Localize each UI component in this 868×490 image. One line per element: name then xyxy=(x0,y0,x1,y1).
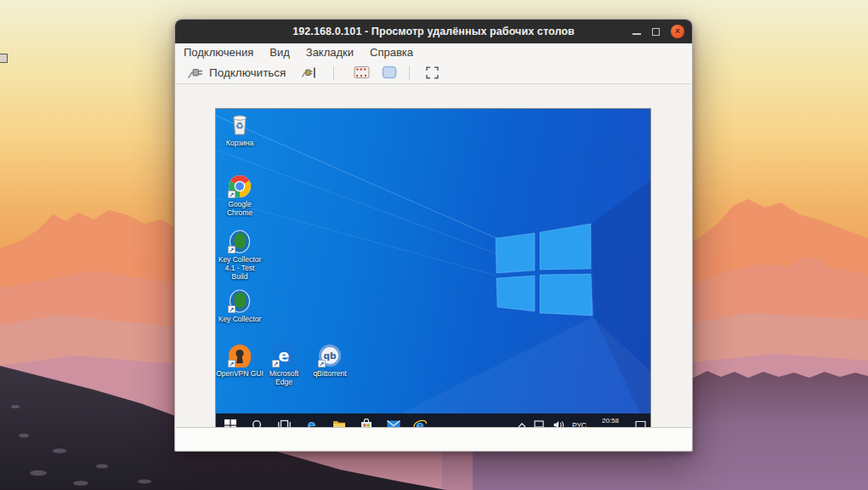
icon-label: Google Chrome xyxy=(216,200,264,217)
key-collector-icon: ↗ xyxy=(228,230,252,254)
svg-text:e: e xyxy=(279,346,290,365)
scaling-button[interactable] xyxy=(377,64,402,81)
statusbar xyxy=(176,427,691,450)
desktop-icon-key-collector-test[interactable]: ↗ Key Collector 4.1 - Test Build xyxy=(216,230,264,281)
icon-label: qBittorrent xyxy=(306,369,354,378)
recycle-bin-icon: ♻ xyxy=(228,113,252,137)
menu-item-bookmarks[interactable]: Закладки xyxy=(306,46,354,59)
menu-item-connections[interactable]: Подключения xyxy=(184,46,253,59)
svg-text:♻: ♻ xyxy=(235,121,244,132)
menu-item-view[interactable]: Вид xyxy=(269,46,290,59)
desktop-icon-openvpn[interactable]: ↗ OpenVPN GUI xyxy=(216,344,264,378)
chrome-icon: ↗ xyxy=(228,174,252,198)
windows-logo xyxy=(496,224,593,316)
shortcut-arrow-icon: ↗ xyxy=(228,360,235,368)
remote-screen[interactable]: ♻ Корзина xyxy=(215,108,651,437)
scaling-icon xyxy=(382,66,397,79)
icon-label: Корзина xyxy=(216,139,264,147)
maximize-button[interactable] xyxy=(652,28,660,36)
toolbar-separator xyxy=(333,66,334,80)
host-desktop-icon-partial[interactable] xyxy=(0,54,8,63)
menubar: Подключения Вид Закладки Справка xyxy=(176,43,691,61)
minimize-button[interactable] xyxy=(633,33,641,35)
openvpn-icon: ↗ xyxy=(228,344,252,368)
connect-button[interactable]: Подключиться xyxy=(182,65,291,81)
desktop-icon-qbittorrent[interactable]: qb ↗ qBittorrent xyxy=(306,344,354,378)
icon-label: Key Collector xyxy=(216,315,264,323)
desktop-icon-edge[interactable]: e ↗ Microsoft Edge xyxy=(260,344,308,386)
close-icon: × xyxy=(675,27,680,36)
screenshot-icon xyxy=(354,66,370,79)
menu-item-help[interactable]: Справка xyxy=(370,46,413,59)
disconnect-button[interactable] xyxy=(296,65,321,81)
shortcut-arrow-icon: ↗ xyxy=(228,305,235,313)
key-collector-icon: ↗ xyxy=(228,289,252,313)
icon-label: Key Collector 4.1 - Test Build xyxy=(216,255,264,281)
shortcut-arrow-icon: ↗ xyxy=(272,360,280,368)
screenshot-button[interactable] xyxy=(349,64,375,81)
shortcut-arrow-icon: ↗ xyxy=(228,246,235,254)
desktop-icon-recycle-bin[interactable]: ♻ Корзина xyxy=(216,113,264,147)
shortcut-arrow-icon: ↗ xyxy=(228,191,235,198)
tray-time: 20:58 xyxy=(593,417,627,425)
disconnect-plug-icon xyxy=(301,66,316,79)
toolbar: Подключиться xyxy=(176,61,691,84)
vinagre-window: 192.168.0.101 - Просмотр удалённых рабоч… xyxy=(174,19,693,452)
shortcut-arrow-icon: ↗ xyxy=(318,360,326,368)
desktop-icon-google-chrome[interactable]: ↗ Google Chrome xyxy=(216,174,264,217)
icon-label: Microsoft Edge xyxy=(260,369,308,386)
connect-plug-icon xyxy=(187,66,204,79)
icon-label: OpenVPN GUI xyxy=(216,369,264,378)
toolbar-separator-2 xyxy=(409,66,410,80)
svg-text:qb: qb xyxy=(323,350,337,361)
titlebar[interactable]: 192.168.0.101 - Просмотр удалённых рабоч… xyxy=(175,20,692,43)
connect-label: Подключиться xyxy=(209,66,286,79)
edge-icon: e ↗ xyxy=(272,344,296,368)
fullscreen-icon xyxy=(426,66,439,79)
fullscreen-button[interactable] xyxy=(421,65,444,81)
close-button[interactable]: × xyxy=(671,25,684,38)
desktop-icon-key-collector[interactable]: ↗ Key Collector xyxy=(216,289,264,323)
host-desktop: 192.168.0.101 - Просмотр удалённых рабоч… xyxy=(0,0,868,490)
qbittorrent-icon: qb ↗ xyxy=(318,344,342,368)
window-content: ♻ Корзина xyxy=(176,85,691,450)
windows-wallpaper xyxy=(216,109,651,437)
window-title: 192.168.0.101 - Просмотр удалённых рабоч… xyxy=(175,26,692,37)
